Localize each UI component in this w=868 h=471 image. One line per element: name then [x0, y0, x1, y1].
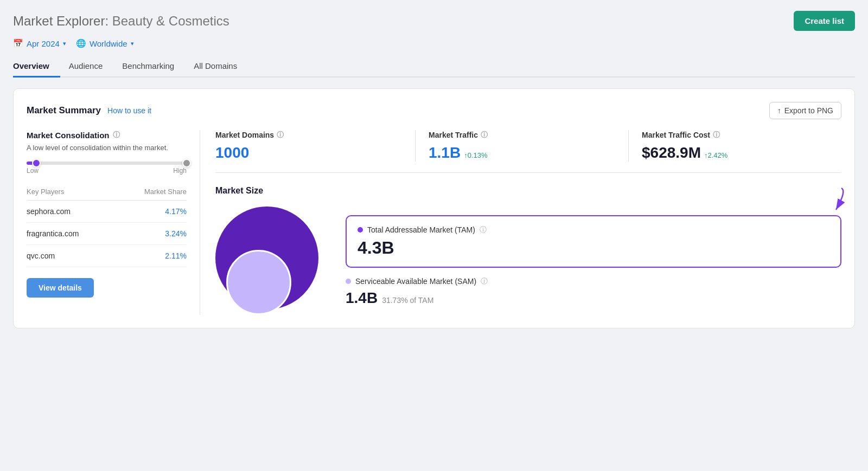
stat-traffic-label: Market Traffic ⓘ [429, 130, 615, 140]
tam-box: Total Addressable Market (TAM) ⓘ 4.3B [346, 215, 841, 268]
slider-track [27, 162, 187, 165]
right-panel: Market Domains ⓘ 1000 Market Traffic ⓘ 1… [200, 130, 841, 315]
market-size-body: Total Addressable Market (TAM) ⓘ 4.3B Se… [215, 207, 841, 315]
key-players-table: Key Players Market Share sephora.com 4.1… [27, 188, 187, 267]
sam-section: Serviceable Available Market (SAM) ⓘ 1.4… [346, 276, 841, 307]
player-share-2: 3.24% [115, 223, 187, 245]
player-share-3: 2.11% [115, 245, 187, 267]
slider-thumb-left[interactable] [32, 159, 41, 167]
tab-audience[interactable]: Audience [69, 56, 114, 78]
tam-info-icon[interactable]: ⓘ [480, 225, 487, 235]
left-panel: Market Consolidation ⓘ A low level of co… [27, 130, 200, 315]
top-bar: Market Explorer: Beauty & Cosmetics Crea… [13, 11, 855, 31]
calendar-icon: 📅 [13, 38, 23, 48]
domains-info-icon[interactable]: ⓘ [277, 130, 284, 140]
date-label: Apr 2024 [27, 39, 60, 48]
consolidation-desc: A low level of consolidation within the … [27, 143, 187, 153]
player-domain-3: qvc.com [27, 245, 115, 267]
sam-dot [346, 279, 351, 284]
stat-cost-label: Market Traffic Cost ⓘ [642, 130, 828, 140]
tam-value: 4.3B [358, 238, 829, 258]
sam-info-icon[interactable]: ⓘ [481, 276, 488, 286]
stat-traffic-value: 1.1B [429, 144, 461, 162]
market-info: Total Addressable Market (TAM) ⓘ 4.3B Se… [346, 215, 841, 307]
stats-row: Market Domains ⓘ 1000 Market Traffic ⓘ 1… [215, 130, 841, 173]
stat-domains-label: Market Domains ⓘ [215, 130, 402, 140]
player-domain-1: sephora.com [27, 201, 115, 223]
table-row: qvc.com 2.11% [27, 245, 187, 267]
sam-value: 1.4B [346, 289, 378, 307]
slider-thumb-right[interactable] [182, 159, 191, 167]
create-list-button[interactable]: Create list [794, 11, 855, 31]
export-label: Export to PNG [784, 106, 833, 115]
tab-benchmarking[interactable]: Benchmarking [122, 56, 185, 78]
stat-cost-value: $628.9M [642, 144, 701, 162]
filters-row: 📅 Apr 2024 ▾ 🌐 Worldwide ▾ [13, 38, 855, 48]
player-domain-2: fragrantica.com [27, 223, 115, 245]
stat-market-traffic: Market Traffic ⓘ 1.1B ↑0.13% [429, 130, 629, 162]
card-header: Market Summary How to use it ↑ Export to… [27, 102, 841, 119]
geo-label: Worldwide [90, 39, 127, 48]
export-icon: ↑ [777, 106, 781, 115]
title-light: Beauty & Cosmetics [108, 14, 229, 28]
slider-high-label: High [173, 167, 187, 175]
market-size-title: Market Size [215, 186, 841, 196]
slider-labels: Low High [27, 167, 187, 175]
col-share-header: Market Share [115, 188, 187, 201]
export-button[interactable]: ↑ Export to PNG [769, 102, 841, 119]
venn-diagram [215, 207, 324, 315]
sam-label: Serviceable Available Market (SAM) ⓘ [346, 276, 841, 286]
view-details-button[interactable]: View details [27, 278, 94, 298]
tabs-row: Overview Audience Benchmarking All Domai… [13, 56, 855, 78]
tab-overview[interactable]: Overview [13, 56, 60, 78]
venn-inner-circle [226, 250, 291, 315]
stat-traffic-change: ↑0.13% [464, 151, 487, 159]
traffic-info-icon[interactable]: ⓘ [481, 130, 488, 140]
date-filter[interactable]: 📅 Apr 2024 ▾ [13, 38, 66, 48]
tam-dot [358, 227, 363, 233]
globe-icon: 🌐 [76, 38, 86, 48]
how-to-use-link[interactable]: How to use it [107, 106, 151, 115]
market-size-section: Market Size [215, 186, 841, 315]
tab-all-domains[interactable]: All Domains [194, 56, 248, 78]
sam-pct: 31.73% of TAM [382, 296, 433, 305]
table-row: sephora.com 4.17% [27, 201, 187, 223]
chevron-down-icon: ▾ [63, 40, 66, 47]
stat-traffic-value-row: 1.1B ↑0.13% [429, 144, 615, 162]
annotation-arrow [809, 185, 852, 218]
consolidation-slider[interactable]: Low High [27, 162, 187, 175]
col-players-header: Key Players [27, 188, 115, 201]
cost-info-icon[interactable]: ⓘ [713, 130, 720, 140]
geo-filter[interactable]: 🌐 Worldwide ▾ [76, 38, 134, 48]
page-title: Market Explorer: Beauty & Cosmetics [13, 14, 229, 29]
market-summary-title: Market Summary [27, 105, 101, 116]
stat-domains-value: 1000 [215, 144, 402, 162]
title-bold: Market Explorer: [13, 14, 108, 28]
consolidation-title: Market Consolidation ⓘ [27, 130, 187, 140]
tam-section: Total Addressable Market (TAM) ⓘ 4.3B [346, 215, 841, 268]
card-body: Market Consolidation ⓘ A low level of co… [27, 130, 841, 315]
tam-label: Total Addressable Market (TAM) ⓘ [358, 225, 829, 235]
player-share-1: 4.17% [115, 201, 187, 223]
sam-value-row: 1.4B 31.73% of TAM [346, 289, 841, 307]
market-summary-card: Market Summary How to use it ↑ Export to… [13, 88, 855, 328]
chevron-down-icon-geo: ▾ [131, 40, 134, 47]
table-row: fragrantica.com 3.24% [27, 223, 187, 245]
slider-low-label: Low [27, 167, 39, 175]
stat-traffic-cost: Market Traffic Cost ⓘ $628.9M ↑2.42% [642, 130, 841, 162]
stat-cost-value-row: $628.9M ↑2.42% [642, 144, 828, 162]
stat-cost-change: ↑2.42% [704, 151, 727, 159]
stat-market-domains: Market Domains ⓘ 1000 [215, 130, 416, 162]
card-header-left: Market Summary How to use it [27, 105, 151, 116]
consolidation-info-icon[interactable]: ⓘ [113, 130, 120, 140]
